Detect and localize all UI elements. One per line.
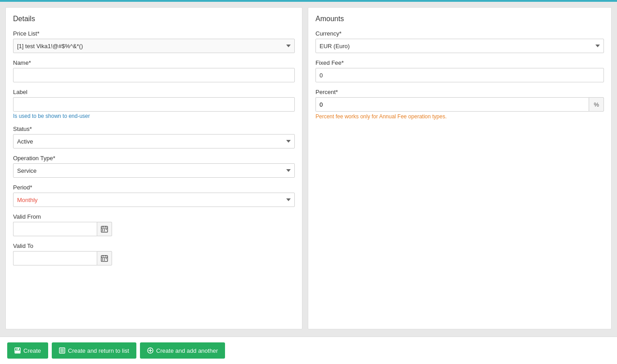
svg-rect-20 — [15, 351, 20, 353]
operation-type-select[interactable]: Service Annual Fee One-time Fee — [13, 163, 295, 178]
valid-to-input[interactable] — [13, 251, 97, 265]
svg-rect-14 — [104, 258, 105, 259]
currency-select[interactable]: EUR (Euro) USD (US Dollar) GBP (British … — [315, 39, 604, 53]
name-label: Name* — [13, 59, 295, 66]
fixed-fee-input[interactable] — [315, 68, 604, 82]
list-icon — [59, 347, 65, 354]
valid-to-label: Valid To — [13, 243, 295, 249]
svg-rect-8 — [104, 230, 105, 231]
price-list-group: Price List* [1] test Vika1!@#$%^&*() — [13, 30, 295, 53]
fixed-fee-label: Fixed Fee* — [315, 59, 604, 66]
operation-type-label: Operation Type* — [13, 155, 295, 162]
create-return-button[interactable]: Create and return to list — [52, 342, 136, 359]
period-select[interactable]: Monthly Yearly One-time — [13, 193, 295, 207]
currency-group: Currency* EUR (Euro) USD (US Dollar) GBP… — [315, 30, 604, 53]
price-list-select[interactable]: [1] test Vika1!@#$%^&*() — [13, 39, 295, 53]
currency-label: Currency* — [315, 30, 604, 37]
percent-group: Percent* % Percent fee works only for An… — [315, 89, 604, 120]
valid-from-calendar-button[interactable] — [97, 222, 112, 236]
operation-type-group: Operation Type* Service Annual Fee One-t… — [13, 155, 295, 178]
create-button[interactable]: Create — [7, 342, 48, 359]
percent-input[interactable] — [315, 97, 589, 112]
percent-hint: Percent fee works only for Annual Fee op… — [315, 113, 604, 120]
save-icon — [14, 347, 21, 354]
svg-rect-4 — [102, 229, 103, 230]
footer: Create Create and return to list Create … — [0, 337, 617, 364]
valid-from-label: Valid From — [13, 213, 295, 220]
status-label: Status* — [13, 126, 295, 132]
percent-input-wrapper: % — [315, 97, 604, 112]
status-group: Status* Active Inactive — [13, 126, 295, 148]
valid-to-group: Valid To — [13, 243, 295, 265]
svg-rect-15 — [106, 258, 107, 259]
valid-to-calendar-button[interactable] — [97, 251, 112, 265]
label-group: Label Is used to be shown to end-user — [13, 89, 295, 119]
percent-suffix: % — [589, 97, 604, 112]
svg-rect-21 — [17, 348, 18, 350]
create-add-label: Create and add another — [156, 347, 218, 354]
svg-rect-5 — [104, 229, 105, 230]
label-hint: Is used to be shown to end-user — [13, 113, 295, 119]
svg-rect-17 — [104, 260, 105, 261]
svg-rect-13 — [102, 258, 103, 259]
create-return-label: Create and return to list — [68, 347, 129, 354]
details-panel: Details Price List* [1] test Vika1!@#$%^… — [5, 7, 302, 329]
create-add-button[interactable]: Create and add another — [140, 342, 225, 359]
period-label: Period* — [13, 184, 295, 191]
valid-from-input[interactable] — [13, 222, 97, 236]
valid-from-group: Valid From — [13, 213, 295, 236]
svg-rect-6 — [106, 229, 107, 230]
label-field-label: Label — [13, 89, 295, 95]
details-title: Details — [13, 15, 295, 23]
name-group: Name* — [13, 59, 295, 82]
amounts-title: Amounts — [315, 15, 604, 23]
calendar-icon-2 — [101, 255, 108, 262]
calendar-icon — [101, 225, 108, 233]
fixed-fee-group: Fixed Fee* — [315, 59, 604, 82]
period-group: Period* Monthly Yearly One-time — [13, 184, 295, 207]
plus-icon — [147, 347, 153, 354]
valid-from-wrapper — [13, 222, 112, 236]
main-content: Details Price List* [1] test Vika1!@#$%^… — [0, 2, 617, 335]
price-list-label: Price List* — [13, 30, 295, 37]
label-input[interactable] — [13, 97, 295, 112]
status-select[interactable]: Active Inactive — [13, 134, 295, 148]
percent-label: Percent* — [315, 89, 604, 95]
svg-rect-16 — [102, 260, 103, 261]
valid-to-wrapper — [13, 251, 112, 265]
svg-rect-7 — [102, 230, 103, 231]
name-input[interactable] — [13, 68, 295, 82]
create-label: Create — [23, 347, 41, 354]
amounts-panel: Amounts Currency* EUR (Euro) USD (US Dol… — [308, 7, 612, 329]
